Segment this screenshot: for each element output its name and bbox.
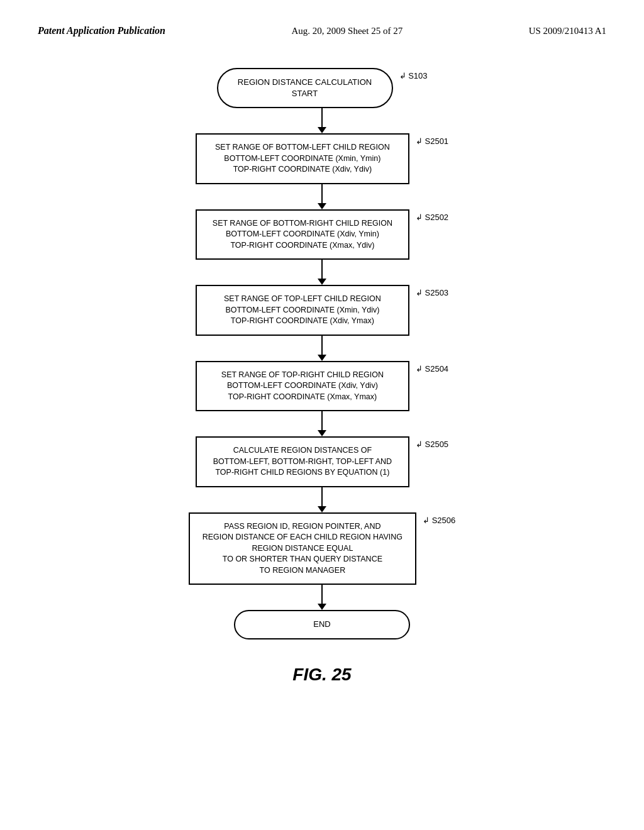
end-node: END <box>234 610 410 639</box>
s2505-label: ↲ S2505 <box>416 440 448 449</box>
s2501-line3: TOP-RIGHT COORDINATE (Xdiv, Ydiv) <box>233 165 372 174</box>
step-s2505: CALCULATE REGION DISTANCES OF BOTTOM-LEF… <box>196 436 448 487</box>
header-date-sheet: Aug. 20, 2009 Sheet 25 of 27 <box>291 26 402 36</box>
s2502-line1: SET RANGE OF BOTTOM-RIGHT CHILD REGION <box>213 219 392 228</box>
flowchart-diagram: REGION DISTANCE CALCULATION START ↲ S103… <box>38 68 606 639</box>
s2504-line3: TOP-RIGHT COORDINATE (Xmax, Ymax) <box>228 392 377 401</box>
arrow-line-6 <box>321 585 323 604</box>
arrow-3 <box>318 336 326 361</box>
s2503-line3: TOP-RIGHT COORDINATE (Xdiv, Ymax) <box>231 316 374 325</box>
arrow-head-6 <box>318 604 326 610</box>
step-s2504-box: SET RANGE OF TOP-RIGHT CHILD REGION BOTT… <box>196 361 409 412</box>
step-s2502: SET RANGE OF BOTTOM-RIGHT CHILD REGION B… <box>196 209 448 260</box>
s2506-line5: TO REGION MANAGER <box>260 566 346 575</box>
arrow-head-4 <box>318 430 326 436</box>
arrow-5 <box>318 487 326 512</box>
step-s2503-box: SET RANGE OF TOP-LEFT CHILD REGION BOTTO… <box>196 285 409 336</box>
arrow-line-3 <box>321 336 323 355</box>
s2506-label: ↲ S2506 <box>423 516 455 525</box>
arrow-head-1 <box>318 203 326 209</box>
header-patent-number: US 2009/210413 A1 <box>529 26 606 36</box>
page: Patent Application Publication Aug. 20, … <box>0 0 644 830</box>
s2502-line2: BOTTOM-LEFT COORDINATE (Xdiv, Ymin) <box>226 230 379 238</box>
s2501-line1: SET RANGE OF BOTTOM-LEFT CHILD REGION <box>215 143 390 152</box>
step-s2506-box: PASS REGION ID, REGION POINTER, AND REGI… <box>189 512 416 585</box>
arrow-head-5 <box>318 506 326 512</box>
step-s2506: PASS REGION ID, REGION POINTER, AND REGI… <box>189 512 456 585</box>
s2503-label: ↲ S2503 <box>416 288 448 297</box>
s2502-line3: TOP-RIGHT COORDINATE (Xmax, Ydiv) <box>230 241 374 250</box>
s2505-line3: TOP-RIGHT CHILD REGIONS BY EQUATION (1) <box>215 468 389 477</box>
step-s2501: SET RANGE OF BOTTOM-LEFT CHILD REGION BO… <box>196 133 448 184</box>
s2502-label: ↲ S2502 <box>416 213 448 222</box>
arrow-head-2 <box>318 279 326 285</box>
s2506-line2: REGION DISTANCE OF EACH CHILD REGION HAV… <box>203 533 402 541</box>
start-label: ↲ S103 <box>399 71 428 80</box>
header: Patent Application Publication Aug. 20, … <box>38 25 606 36</box>
step-s2502-box: SET RANGE OF BOTTOM-RIGHT CHILD REGION B… <box>196 209 409 260</box>
s2504-line1: SET RANGE OF TOP-RIGHT CHILD REGION <box>221 370 384 379</box>
step-s2505-box: CALCULATE REGION DISTANCES OF BOTTOM-LEF… <box>196 436 409 487</box>
arrow-line-4 <box>321 411 323 430</box>
s2506-line4: TO OR SHORTER THAN QUERY DISTANCE <box>223 555 382 563</box>
s2505-line2: BOTTOM-LEFT, BOTTOM-RIGHT, TOP-LEFT AND <box>213 457 392 466</box>
arrow-6 <box>318 585 326 610</box>
arrow-head-0 <box>318 127 326 133</box>
arrow-1 <box>318 184 326 209</box>
s2506-line3: REGION DISTANCE EQUAL <box>252 544 353 553</box>
s2503-line1: SET RANGE OF TOP-LEFT CHILD REGION <box>224 294 381 303</box>
arrow-line-1 <box>321 184 323 203</box>
header-publication-label: Patent Application Publication <box>38 25 165 36</box>
start-text-line1: REGION DISTANCE CALCULATION <box>238 77 372 87</box>
arrow-line-2 <box>321 260 323 279</box>
arrow-line-5 <box>321 487 323 506</box>
step-s2504: SET RANGE OF TOP-RIGHT CHILD REGION BOTT… <box>196 361 448 412</box>
arrow-2 <box>318 260 326 285</box>
s2504-line2: BOTTOM-LEFT COORDINATE (Xdiv, Ydiv) <box>227 381 378 390</box>
arrow-line-0 <box>321 108 323 127</box>
s2503-line2: BOTTOM-LEFT COORDINATE (Xmin, Ydiv) <box>225 306 379 314</box>
s2504-label: ↲ S2504 <box>416 364 448 374</box>
start-text-line2: START <box>292 89 318 98</box>
start-node: REGION DISTANCE CALCULATION START ↲ S103 <box>217 68 428 108</box>
s2506-line1: PASS REGION ID, REGION POINTER, AND <box>224 522 380 531</box>
end-text: END <box>313 619 330 629</box>
arrow-4 <box>318 411 326 436</box>
arrow-head-3 <box>318 355 326 361</box>
end-box: END <box>234 610 410 639</box>
s2501-label: ↲ S2501 <box>416 136 448 146</box>
start-box: REGION DISTANCE CALCULATION START <box>217 68 393 108</box>
step-s2501-box: SET RANGE OF BOTTOM-LEFT CHILD REGION BO… <box>196 133 409 184</box>
s2501-line2: BOTTOM-LEFT COORDINATE (Xmin, Ymin) <box>224 154 380 163</box>
step-s2503: SET RANGE OF TOP-LEFT CHILD REGION BOTTO… <box>196 285 448 336</box>
s2505-line1: CALCULATE REGION DISTANCES OF <box>233 446 372 455</box>
arrow-0 <box>318 108 326 133</box>
figure-caption: FIG. 25 <box>38 665 606 685</box>
